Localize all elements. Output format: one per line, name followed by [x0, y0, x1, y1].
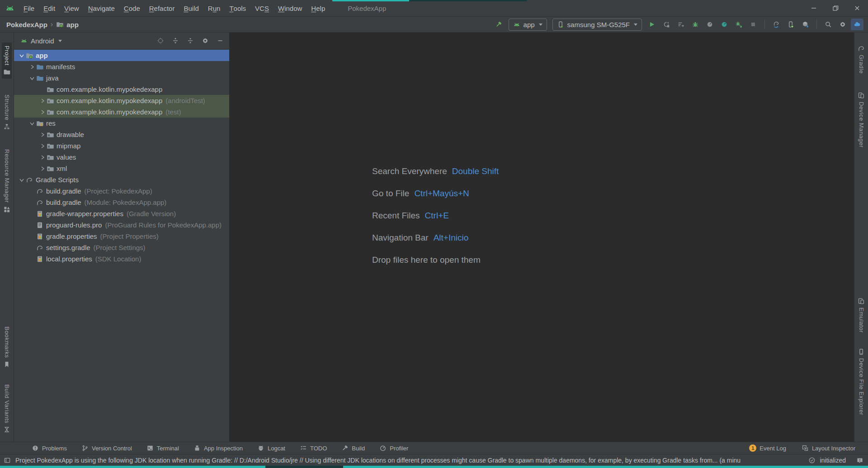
hint-label: Navigation Bar	[372, 233, 429, 243]
tool-window-button-terminal[interactable]: Terminal	[146, 444, 179, 452]
chevron-down-icon[interactable]	[28, 75, 36, 82]
tool-stripe-button-bookmarks[interactable]: Bookmarks	[2, 323, 12, 371]
assistant-button[interactable]	[851, 19, 863, 30]
project-view-selector[interactable]: Android	[31, 37, 54, 45]
menu-navigate[interactable]: Navigate	[84, 0, 119, 16]
tool-stripe-label: Gradle	[858, 55, 865, 74]
chevron-right-icon[interactable]	[38, 165, 46, 172]
tool-window-button-problems[interactable]: Problems	[32, 444, 67, 452]
tool-stripe-button-device-file-explorer[interactable]: Device File Explorer	[856, 345, 866, 418]
tool-window-button-app-inspection[interactable]: App Inspection	[193, 444, 243, 452]
chevron-right-icon[interactable]	[28, 63, 36, 71]
tool-stripe-button-project[interactable]: Project	[2, 43, 12, 79]
tool-stripe-button-structure[interactable]: Structure	[2, 91, 12, 133]
tree-row[interactable]: Gradle Scripts	[14, 174, 229, 185]
tree-row[interactable]: values	[14, 151, 229, 163]
tree-row[interactable]: res	[14, 118, 229, 129]
tree-row[interactable]: mipmap	[14, 140, 229, 151]
chevron-down-icon[interactable]	[18, 52, 25, 59]
menu-view[interactable]: View	[60, 0, 84, 16]
device-manager-button[interactable]	[784, 19, 797, 30]
menu-help[interactable]: Help	[307, 0, 330, 16]
menu-window[interactable]: Window	[274, 0, 307, 16]
breadcrumb-project[interactable]: PokedexApp	[6, 21, 47, 28]
chevron-right-icon[interactable]	[38, 109, 46, 116]
gradle-sync-button[interactable]	[770, 19, 783, 30]
device-selector[interactable]: samsung SM-G525F	[552, 19, 642, 31]
tree-row[interactable]: gradle-wrapper.properties(Gradle Version…	[14, 208, 229, 219]
tool-window-button-layout-inspector[interactable]: Layout Inspector	[802, 444, 855, 452]
debug-button[interactable]	[689, 19, 702, 30]
tree-row[interactable]: build.gradle(Project: PokedexApp)	[14, 185, 229, 197]
screen-reader-icon[interactable]	[4, 457, 11, 464]
hide-button[interactable]	[216, 35, 225, 47]
tree-row[interactable]: xml	[14, 163, 229, 174]
chevron-down-icon	[634, 24, 637, 26]
minimize-button[interactable]	[803, 0, 825, 16]
attach-debugger-button[interactable]	[732, 19, 745, 30]
settings-button[interactable]	[836, 19, 849, 30]
tree-row[interactable]: com.example.kotlin.mypokedexapp(androidT…	[14, 95, 229, 106]
tool-stripe-button-emulator[interactable]: Emulator	[856, 294, 866, 336]
tool-stripe-button-resource-manager[interactable]: Resource Manager	[2, 146, 12, 216]
stop-button[interactable]	[747, 19, 760, 30]
settings-gear-button[interactable]	[201, 35, 210, 47]
tool-window-button-logcat[interactable]: Logcat	[257, 444, 285, 452]
profiler-button[interactable]	[718, 19, 731, 30]
expand-all-button[interactable]	[171, 35, 180, 47]
tree-row[interactable]: build.gradle(Module: PokedexApp.app)	[14, 197, 229, 208]
collapse-all-button[interactable]	[186, 35, 195, 47]
debug-icon	[692, 21, 699, 28]
chevron-down-icon[interactable]	[18, 176, 25, 184]
search-everywhere-button[interactable]	[822, 19, 835, 30]
breadcrumb-module[interactable]: app	[66, 21, 79, 28]
tool-window-button-version-control[interactable]: Version Control	[81, 444, 132, 452]
status-message[interactable]: Project PokedexApp is using the followin…	[15, 457, 741, 464]
tree-row[interactable]: com.example.kotlin.mypokedexapp	[14, 84, 229, 95]
tree-row[interactable]: local.properties(SDK Location)	[14, 253, 229, 265]
tree-row[interactable]: java	[14, 72, 229, 84]
locate-button[interactable]	[156, 35, 165, 47]
chevron-right-icon[interactable]	[38, 97, 46, 104]
tool-window-button-event-log[interactable]: 1Event Log	[749, 444, 786, 452]
tree-row[interactable]: proguard-rules.pro(ProGuard Rules for Po…	[14, 219, 229, 231]
tree-row[interactable]: app	[14, 50, 229, 61]
tool-window-button-profiler[interactable]: Profiler	[379, 444, 408, 452]
chevron-right-icon[interactable]	[38, 142, 46, 150]
tool-window-button-todo[interactable]: TODO	[300, 444, 327, 452]
tool-window-button-build[interactable]: Build	[341, 444, 365, 452]
tree-row[interactable]: gradle.properties(Project Properties)	[14, 231, 229, 242]
menu-build[interactable]: Build	[179, 0, 203, 16]
tree-row[interactable]: manifests	[14, 61, 229, 72]
editor-area[interactable]: Search EverywhereDouble ShiftGo to FileC…	[230, 33, 854, 442]
editor-hint: Drop files here to open them	[372, 249, 499, 271]
run-config-selector[interactable]: app	[509, 19, 547, 31]
chevron-down-icon[interactable]	[28, 120, 36, 127]
tree-row[interactable]: drawable	[14, 129, 229, 140]
menu-edit[interactable]: Edit	[39, 0, 60, 16]
menu-code[interactable]: Code	[119, 0, 145, 16]
apply-code-changes-button[interactable]	[675, 19, 687, 30]
apply-changes-restart-button[interactable]	[660, 19, 673, 30]
tree-row[interactable]: settings.gradle(Project Settings)	[14, 242, 229, 253]
menu-tools[interactable]: Tools	[225, 0, 250, 16]
tool-stripe-button-build-variants[interactable]: Build Variants	[2, 381, 12, 436]
tree-row[interactable]: com.example.kotlin.mypokedexapp(test)	[14, 106, 229, 118]
profile-button[interactable]	[703, 19, 716, 30]
menu-run[interactable]: Run	[203, 0, 225, 16]
tool-stripe-button-device-manager[interactable]: Device Manager	[856, 89, 866, 151]
properties-icon	[36, 255, 43, 263]
build-hammer-button[interactable]	[492, 19, 505, 30]
menu-vcs[interactable]: VCS	[250, 0, 274, 16]
restore-button[interactable]	[825, 0, 846, 16]
sdk-manager-button[interactable]	[799, 19, 811, 30]
run-button[interactable]	[646, 19, 658, 30]
chevron-right-icon[interactable]	[38, 154, 46, 161]
chevron-right-icon[interactable]	[38, 131, 46, 138]
exclamation-bubble-icon[interactable]	[856, 457, 863, 464]
gradle-icon	[36, 199, 43, 206]
tool-stripe-button-gradle[interactable]: Gradle	[856, 42, 866, 77]
menu-file[interactable]: File	[19, 0, 39, 16]
menu-refactor[interactable]: Refactor	[145, 0, 179, 16]
close-button[interactable]	[846, 0, 868, 16]
